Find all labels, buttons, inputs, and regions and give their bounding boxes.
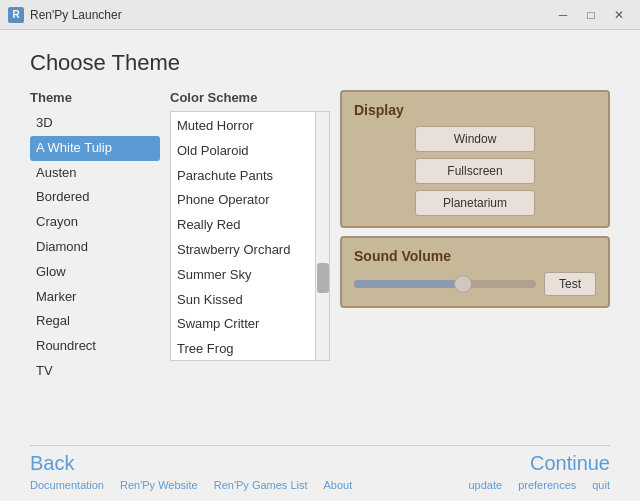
- minimize-button[interactable]: ─: [550, 4, 576, 26]
- navigation: Back Continue: [30, 452, 610, 475]
- color-scheme-item[interactable]: Old Polaroid: [171, 139, 315, 164]
- theme-item[interactable]: Crayon: [30, 210, 160, 235]
- display-label: Display: [354, 102, 596, 118]
- sound-panel: Sound Volume Test: [340, 236, 610, 308]
- theme-item[interactable]: Diamond: [30, 235, 160, 260]
- color-scheme-item[interactable]: Swamp Critter: [171, 312, 315, 337]
- theme-item[interactable]: 3D: [30, 111, 160, 136]
- divider: [30, 445, 610, 446]
- window-controls: ─ □ ✕: [550, 4, 632, 26]
- page-title: Choose Theme: [30, 50, 610, 76]
- display-option-button[interactable]: Window: [415, 126, 535, 152]
- footer-link[interactable]: About: [324, 479, 353, 491]
- footer-link[interactable]: quit: [592, 479, 610, 491]
- main-content: Choose Theme Theme 3DA White TulipAusten…: [0, 30, 640, 501]
- theme-item[interactable]: Marker: [30, 285, 160, 310]
- display-option-button[interactable]: Fullscreen: [415, 158, 535, 184]
- app-icon: R: [8, 7, 24, 23]
- close-button[interactable]: ✕: [606, 4, 632, 26]
- sound-label: Sound Volume: [354, 248, 596, 264]
- theme-list: 3DA White TulipAustenBorderedCrayonDiamo…: [30, 111, 160, 384]
- color-scheme-item[interactable]: Strawberry Orchard: [171, 238, 315, 263]
- footer-link[interactable]: Ren'Py Games List: [214, 479, 308, 491]
- color-scheme-item[interactable]: Parachute Pants: [171, 164, 315, 189]
- footer-links: DocumentationRen'Py WebsiteRen'Py Games …: [30, 475, 610, 491]
- color-list: Muted HorrorOld PolaroidParachute PantsP…: [171, 112, 329, 361]
- footer-link[interactable]: Documentation: [30, 479, 104, 491]
- footer-link[interactable]: Ren'Py Website: [120, 479, 198, 491]
- volume-slider[interactable]: [354, 280, 536, 288]
- slider-fill: [354, 280, 463, 288]
- footer-left: DocumentationRen'Py WebsiteRen'Py Games …: [30, 479, 352, 491]
- right-panel: Display WindowFullscreenPlanetarium Soun…: [340, 90, 610, 439]
- theme-item[interactable]: Austen: [30, 161, 160, 186]
- display-option-button[interactable]: Planetarium: [415, 190, 535, 216]
- test-button[interactable]: Test: [544, 272, 596, 296]
- window-title: Ren'Py Launcher: [30, 8, 550, 22]
- display-panel: Display WindowFullscreenPlanetarium: [340, 90, 610, 228]
- content-area: Theme 3DA White TulipAustenBorderedCrayo…: [30, 90, 610, 439]
- theme-item[interactable]: Bordered: [30, 185, 160, 210]
- slider-thumb[interactable]: [454, 275, 472, 293]
- theme-item[interactable]: A White Tulip: [30, 136, 160, 161]
- color-scheme-item[interactable]: Phone Operator: [171, 188, 315, 213]
- footer-link[interactable]: update: [469, 479, 503, 491]
- theme-item[interactable]: TV: [30, 359, 160, 384]
- maximize-button[interactable]: □: [578, 4, 604, 26]
- titlebar: R Ren'Py Launcher ─ □ ✕: [0, 0, 640, 30]
- sound-row: Test: [354, 272, 596, 296]
- theme-column: Theme 3DA White TulipAustenBorderedCrayo…: [30, 90, 160, 439]
- footer-link[interactable]: preferences: [518, 479, 576, 491]
- color-scheme-item[interactable]: Sun Kissed: [171, 288, 315, 313]
- display-buttons: WindowFullscreenPlanetarium: [354, 126, 596, 216]
- color-scheme-header: Color Scheme: [170, 90, 330, 105]
- continue-button[interactable]: Continue: [530, 452, 610, 475]
- theme-item[interactable]: Regal: [30, 309, 160, 334]
- theme-item[interactable]: Roundrect: [30, 334, 160, 359]
- scrollbar[interactable]: [315, 112, 329, 360]
- color-scheme-item[interactable]: Tree Frog: [171, 337, 315, 361]
- color-list-wrap[interactable]: Muted HorrorOld PolaroidParachute PantsP…: [170, 111, 330, 361]
- footer-right: updatepreferencesquit: [469, 479, 611, 491]
- color-scheme-item[interactable]: Summer Sky: [171, 263, 315, 288]
- scrollbar-thumb[interactable]: [317, 263, 329, 293]
- color-scheme-column: Color Scheme Muted HorrorOld PolaroidPar…: [170, 90, 330, 439]
- color-scheme-item[interactable]: Really Red: [171, 213, 315, 238]
- back-button[interactable]: Back: [30, 452, 74, 475]
- color-scheme-item[interactable]: Muted Horror: [171, 114, 315, 139]
- theme-item[interactable]: Glow: [30, 260, 160, 285]
- theme-header: Theme: [30, 90, 160, 105]
